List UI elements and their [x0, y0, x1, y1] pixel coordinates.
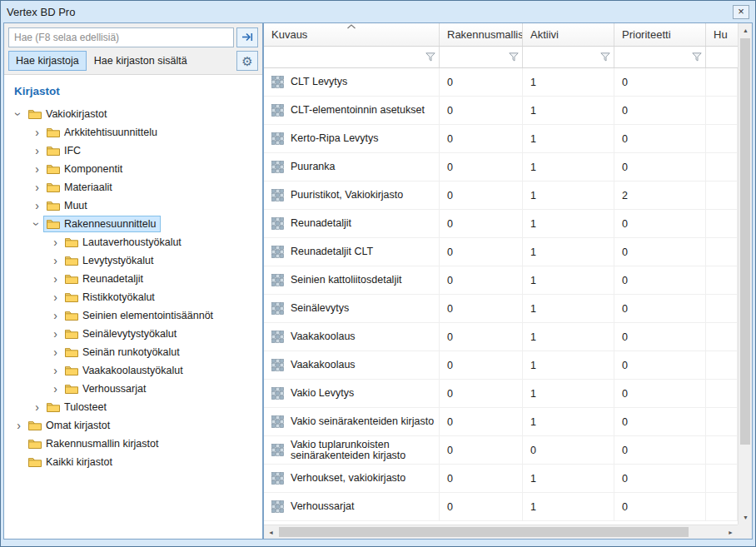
tree-expander-icon[interactable] — [49, 236, 62, 248]
tree-item-content[interactable]: Kaikki kirjastot — [25, 454, 117, 470]
horizontal-scroll-track[interactable] — [278, 525, 724, 539]
tree-item-content[interactable]: Muut — [43, 197, 92, 214]
tree-item[interactable]: Muut — [12, 196, 262, 215]
tree-item[interactable]: Reunadetaljit — [12, 270, 262, 288]
tree-item[interactable]: Vaakakoolaustyökalut — [12, 361, 262, 380]
table-row[interactable]: Puuristikot, Vakiokirjasto 0 1 2 — [264, 182, 738, 210]
tree-item-content[interactable]: Levytystyökalut — [62, 252, 157, 269]
filter-funnel-icon[interactable] — [509, 50, 519, 65]
tree-item[interactable]: Seinän runkotyökalut — [12, 343, 262, 361]
tree-item-content[interactable]: Omat kirjastot — [25, 417, 114, 434]
tree-item-content[interactable]: Seinien elementointisäännöt — [62, 307, 217, 324]
tree-expander-icon[interactable] — [31, 145, 43, 157]
tree-item[interactable]: Kaikki kirjastot — [12, 453, 262, 471]
filter-cell-aktiivi[interactable] — [523, 47, 614, 67]
column-header-huomautus[interactable]: Hu — [706, 23, 738, 46]
title-bar[interactable]: Vertex BD Pro × — [1, 1, 755, 22]
tree-item[interactable]: Komponentit — [12, 160, 262, 178]
tree-expander-icon[interactable] — [12, 108, 25, 120]
tree-item[interactable]: Vakiokirjastot — [12, 105, 262, 123]
filter-funnel-icon[interactable] — [425, 50, 435, 65]
filter-funnel-icon[interactable] — [692, 50, 702, 65]
search-go-button[interactable] — [236, 27, 258, 47]
filter-cell-huomautus[interactable] — [706, 47, 738, 67]
tree-expander-icon[interactable] — [49, 346, 62, 358]
tree-item-content[interactable]: Materiaalit — [43, 179, 117, 196]
tab-hae-kirjastoja[interactable]: Hae kirjastoja — [8, 51, 87, 71]
tree-expander-icon[interactable] — [49, 328, 62, 340]
table-row[interactable]: CLT-elementoinnin asetukset 0 1 0 — [264, 97, 738, 125]
table-row[interactable]: Reunadetaljit 0 1 0 — [264, 210, 738, 238]
tree-item-content[interactable]: IFC — [43, 142, 85, 159]
tree-expander-icon[interactable] — [49, 273, 62, 285]
table-row[interactable]: Reunadetaljit CLT 0 1 0 — [264, 238, 738, 266]
tree-expander-icon[interactable] — [12, 420, 25, 431]
table-row[interactable]: Vaakakoolaus 0 1 0 — [264, 351, 738, 380]
tree-expander-icon[interactable] — [31, 163, 43, 175]
tree-item-content[interactable]: Seinälevytystyökalut — [62, 326, 181, 342]
tree-expander-icon[interactable] — [49, 310, 62, 321]
table-row[interactable]: Vakio seinärakenteiden kirjasto 0 1 0 — [264, 408, 738, 436]
tree-expander-icon[interactable] — [12, 456, 25, 468]
table-row[interactable]: Vakio Levytys 0 1 0 — [264, 380, 738, 408]
tab-hae-kirjaston-sisalta[interactable]: Hae kirjaston sisältä — [87, 51, 195, 71]
tree-expander-icon[interactable] — [31, 182, 43, 193]
vertical-scroll-thumb[interactable] — [740, 38, 750, 445]
tree-item-content[interactable]: Rakennusmallin kirjastot — [25, 435, 162, 452]
tree-item-content[interactable]: Tulosteet — [43, 399, 111, 415]
tree-expander-icon[interactable] — [31, 401, 43, 413]
column-header-prioriteetti[interactable]: Prioriteetti — [614, 23, 706, 46]
tree-item[interactable]: Seinien elementointisäännöt — [12, 306, 262, 325]
search-input[interactable] — [8, 27, 234, 47]
tree-item[interactable]: Verhoussarjat — [12, 380, 262, 398]
column-header-rakennusmalli[interactable]: Rakennusmallis... — [440, 23, 523, 46]
tree-item[interactable]: Seinälevytystyökalut — [12, 325, 262, 343]
tree-item[interactable]: Tulosteet — [12, 398, 262, 416]
horizontal-scrollbar[interactable]: ◄ ► — [264, 525, 738, 539]
settings-button[interactable]: ⚙ — [236, 51, 258, 71]
tree-item[interactable]: Rakennesuunnittelu — [12, 215, 262, 233]
tree-item[interactable]: Arkkitehtisuunnittelu — [12, 123, 262, 142]
tree-item-content[interactable]: Reunadetaljit — [62, 271, 147, 287]
tree-expander-icon[interactable] — [12, 438, 25, 450]
column-header-kuvaus[interactable]: Kuvaus — [264, 23, 440, 46]
tree-expander-icon[interactable] — [31, 127, 43, 138]
table-row[interactable]: Vakio tuplarunkoisten seinärakenteiden k… — [264, 436, 738, 465]
tree-expander-icon[interactable] — [49, 255, 62, 266]
tree-item[interactable]: Levytystyökalut — [12, 251, 262, 270]
table-row[interactable]: Puuranka 0 1 0 — [264, 153, 738, 182]
tree-item[interactable]: Lautaverhoustyökalut — [12, 233, 262, 251]
filter-funnel-icon[interactable] — [600, 50, 610, 65]
horizontal-scroll-thumb[interactable] — [279, 527, 689, 537]
vertical-scroll-track[interactable] — [739, 37, 752, 510]
scroll-left-button[interactable]: ◄ — [264, 525, 278, 540]
filter-cell-prioriteetti[interactable] — [614, 47, 706, 67]
tree-item-content[interactable]: Arkkitehtisuunnittelu — [43, 124, 162, 141]
tree-item-content[interactable]: Rakennesuunnittelu — [43, 216, 161, 232]
tree-item-content[interactable]: Lautaverhoustyökalut — [62, 234, 186, 251]
table-row[interactable]: Verhoukset, vakiokirjasto 0 1 0 — [264, 465, 738, 493]
scroll-up-button[interactable]: ▲ — [739, 23, 753, 37]
tree-item[interactable]: Rakennusmallin kirjastot — [12, 435, 262, 453]
table-row[interactable]: Verhoussarjat 0 1 0 — [264, 493, 738, 521]
tree-item-content[interactable]: Vakiokirjastot — [25, 106, 111, 122]
scroll-down-button[interactable]: ▼ — [739, 510, 753, 525]
tree-item[interactable]: Omat kirjastot — [12, 416, 262, 435]
tree-expander-icon[interactable] — [49, 291, 62, 303]
vertical-scrollbar[interactable]: ▲ ▼ — [738, 23, 752, 525]
tree-item-content[interactable]: Ristikkotyökalut — [62, 289, 159, 306]
tree-item-content[interactable]: Komponentit — [43, 161, 127, 177]
table-row[interactable]: Vaakakoolaus 0 1 0 — [264, 323, 738, 351]
close-button[interactable]: × — [733, 5, 749, 19]
tree-item[interactable]: Ristikkotyökalut — [12, 288, 262, 306]
tree-expander-icon[interactable] — [31, 218, 43, 230]
column-header-aktiivi[interactable]: Aktiivi — [523, 23, 614, 46]
table-row[interactable]: Seinien kattoliitosdetaljit 0 1 0 — [264, 266, 738, 295]
table-row[interactable]: Seinälevytys 0 1 0 — [264, 295, 738, 323]
filter-cell-rakennusmalli[interactable] — [440, 47, 523, 67]
table-row[interactable]: Kerto-Ripa Levytys 0 1 0 — [264, 125, 738, 153]
tree-item[interactable]: Materiaalit — [12, 178, 262, 196]
tree-item-content[interactable]: Verhoussarjat — [62, 380, 150, 397]
tree-expander-icon[interactable] — [49, 383, 62, 395]
tree-item-content[interactable]: Vaakakoolaustyökalut — [62, 362, 187, 379]
